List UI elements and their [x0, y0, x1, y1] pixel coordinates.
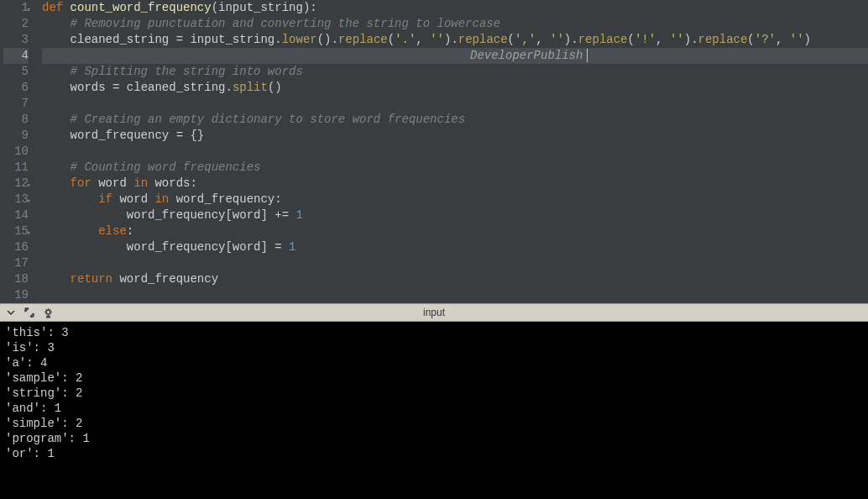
- code-line[interactable]: word_frequency = {}: [42, 128, 868, 144]
- code-line[interactable]: DeveloperPublish: [42, 48, 868, 64]
- terminal-line: [5, 461, 863, 476]
- code-line[interactable]: word_frequency[word] += 1: [42, 207, 868, 223]
- terminal-line: 'is': 3: [5, 340, 863, 355]
- terminal-output[interactable]: 'this': 3'is': 3'a': 4'sample': 2'string…: [0, 322, 868, 499]
- line-number: 18: [3, 271, 29, 287]
- code-line[interactable]: [42, 287, 868, 303]
- watermark-text: DeveloperPublish: [470, 48, 583, 64]
- terminal-line: 'a': 4: [5, 355, 863, 370]
- chevron-down-icon[interactable]: [5, 307, 17, 318]
- code-line[interactable]: if word in word_frequency:: [42, 192, 868, 207]
- line-number: 17: [3, 255, 29, 271]
- code-line[interactable]: # Counting word frequencies: [42, 160, 868, 176]
- terminal-line: 'sample': 2: [5, 370, 863, 386]
- line-number: 16: [3, 239, 29, 255]
- line-number: 7: [3, 96, 29, 112]
- line-number: 4: [3, 48, 29, 64]
- terminal-line: 'this': 3: [5, 325, 863, 340]
- code-line[interactable]: else:: [42, 223, 868, 239]
- terminal-line: 'or': 1: [5, 446, 863, 461]
- line-number: 14: [3, 207, 29, 223]
- code-line[interactable]: # Removing punctuation and converting th…: [42, 16, 868, 32]
- code-line[interactable]: words = cleaned_string.split(): [42, 80, 868, 96]
- terminal-line: 'string': 2: [5, 386, 863, 401]
- line-number: 13▾: [3, 192, 29, 207]
- pane-divider[interactable]: input: [0, 303, 868, 322]
- line-number: 5: [3, 64, 29, 80]
- code-editor[interactable]: 1▾23456789101112▾13▾1415▾16171819 def co…: [0, 0, 868, 303]
- code-line[interactable]: # Creating an empty dictionary to store …: [42, 112, 868, 128]
- text-cursor: [587, 49, 588, 62]
- code-line[interactable]: for word in words:: [42, 176, 868, 192]
- pane-title: input: [423, 307, 445, 318]
- code-content[interactable]: def count_word_frequency(input_string): …: [35, 0, 868, 303]
- terminal-line: 'and': 1: [5, 401, 863, 416]
- line-number: 10: [3, 144, 29, 160]
- code-line[interactable]: [42, 96, 868, 112]
- line-number-gutter: 1▾23456789101112▾13▾1415▾16171819: [0, 0, 35, 303]
- terminal-line: [5, 476, 863, 491]
- line-number: 9: [3, 128, 29, 144]
- code-line[interactable]: return word_frequency: [42, 271, 868, 287]
- terminal-line: [5, 491, 863, 499]
- terminal-line: 'program': 1: [5, 431, 863, 446]
- code-line[interactable]: # Splitting the string into words: [42, 64, 868, 80]
- svg-point-0: [46, 310, 50, 314]
- line-number: 1▾: [3, 0, 29, 16]
- expand-icon[interactable]: [24, 307, 35, 318]
- code-line[interactable]: cleaned_string = input_string.lower().re…: [42, 32, 868, 48]
- line-number: 12▾: [3, 176, 29, 192]
- line-number: 15▾: [3, 223, 29, 239]
- code-line[interactable]: [42, 255, 868, 271]
- line-number: 3: [3, 32, 29, 48]
- line-number: 6: [3, 80, 29, 96]
- line-number: 8: [3, 112, 29, 128]
- line-number: 2: [3, 16, 29, 32]
- code-line[interactable]: def count_word_frequency(input_string):: [42, 0, 868, 16]
- code-line[interactable]: [42, 144, 868, 160]
- line-number: 11: [3, 160, 29, 176]
- line-number: 19: [3, 287, 29, 303]
- terminal-line: 'simple': 2: [5, 416, 863, 431]
- settings-icon[interactable]: [42, 307, 54, 318]
- code-line[interactable]: word_frequency[word] = 1: [42, 239, 868, 255]
